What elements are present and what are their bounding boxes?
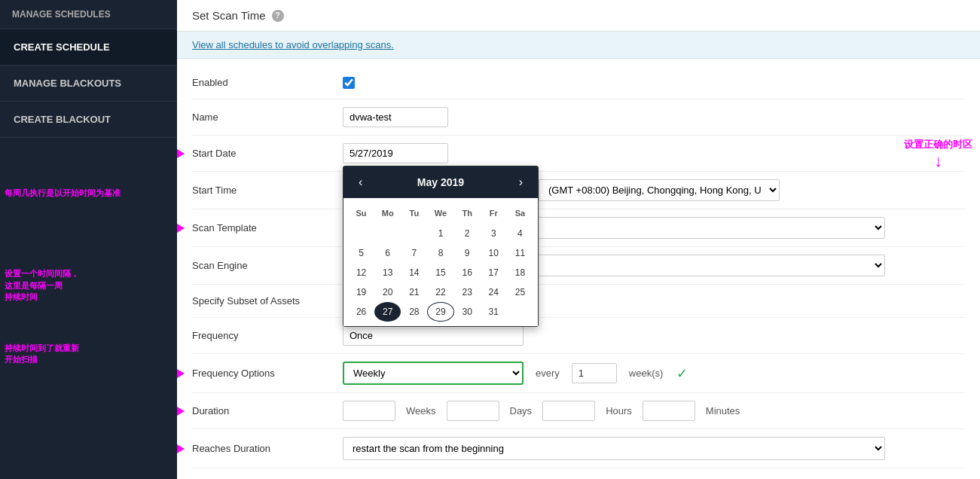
cal-day-23[interactable]: 23 [454, 282, 481, 302]
start-date-input[interactable] [343, 143, 448, 163]
cal-day-21[interactable]: 21 [401, 282, 427, 302]
cal-day-13[interactable]: 13 [374, 263, 401, 282]
cal-day-25[interactable]: 25 [507, 282, 533, 302]
cal-day-29[interactable]: 29 [427, 302, 453, 322]
every-value-input[interactable] [572, 363, 617, 383]
reaches-duration-select[interactable]: restart the scan from the beginning [343, 437, 885, 460]
calendar-days-header: Su Mo Tu We Th Fr Sa [348, 203, 533, 224]
calendar-prev-btn[interactable]: ‹ [354, 174, 367, 191]
day-header-we: We [427, 206, 453, 221]
cal-day-16[interactable]: 16 [454, 263, 481, 282]
cal-day-11[interactable]: 11 [507, 243, 533, 263]
name-input[interactable] [343, 107, 448, 127]
minutes-duration-input[interactable] [643, 401, 695, 421]
frequency-row: Frequency [192, 318, 965, 354]
start-date-label: Start Date [192, 148, 343, 159]
info-banner-link[interactable]: View all schedules to avoid overlapping … [192, 39, 394, 50]
scan-template-row: Scan Template [192, 209, 965, 247]
cal-day-7[interactable]: 7 [401, 243, 427, 263]
cal-day-24[interactable]: 24 [481, 282, 507, 302]
cal-day-3[interactable]: 3 [481, 224, 507, 243]
arrow-start-date [177, 149, 185, 158]
duration-label: Duration [192, 405, 343, 416]
cal-day-18[interactable]: 18 [507, 263, 533, 282]
day-header-mo: Mo [374, 206, 401, 221]
cal-day-6[interactable]: 6 [374, 243, 401, 263]
checkmark-icon: ✓ [676, 365, 688, 382]
cal-day-15[interactable]: 15 [427, 263, 453, 282]
cal-day-14[interactable]: 14 [401, 263, 427, 282]
annotation-freq-options: 设置一个时间间隔， 这里是每隔一周 持续时间 [5, 264, 172, 307]
duration-control: Weeks Days Hours Minutes [343, 401, 965, 421]
sidebar-title: MANAGE SCHEDULES [0, 0, 177, 29]
calendar-next-btn[interactable]: › [514, 174, 527, 191]
duration-row: Duration Weeks Days Hours Minutes [192, 393, 965, 429]
hours-label: Hours [606, 405, 632, 416]
frequency-options-control: Weekly Daily Monthly every week(s) ✓ [343, 362, 965, 385]
cal-day-26[interactable]: 26 [348, 302, 374, 322]
start-date-control: ‹ May 2019 › Su Mo Tu We Th Fr Sa [343, 143, 965, 163]
form-area: Enabled Name Start Date ‹ May 2019 [177, 59, 980, 476]
main-header: Set Scan Time ? [177, 0, 980, 32]
sidebar-item-manage-blackouts[interactable]: MANAGE BLACKOUTS [0, 66, 177, 102]
start-time-timezone-select[interactable]: (GMT +08:00) Beijing, Chongqing, Hong Ko… [539, 179, 780, 201]
enabled-row: Enabled [192, 66, 965, 99]
cal-day-20[interactable]: 20 [374, 282, 401, 302]
cal-day-19[interactable]: 19 [348, 282, 374, 302]
days-duration-input[interactable] [447, 401, 499, 421]
start-time-row: Start Time 12:00 AM (GMT +08:00) Beijing… [192, 172, 965, 209]
weeks-label: week(s) [629, 368, 664, 379]
cal-day-empty-2 [401, 224, 427, 243]
main-content: Set Scan Time ? View all schedules to av… [177, 0, 980, 479]
name-label: Name [192, 111, 343, 123]
cal-day-22[interactable]: 22 [427, 282, 453, 302]
weeks-dur-label: Weeks [406, 405, 436, 416]
scan-engine-label: Scan Engine [192, 260, 343, 271]
cal-day-17[interactable]: 17 [481, 263, 507, 282]
calendar-month-year: May 2019 [417, 176, 464, 188]
day-header-tu: Tu [401, 206, 427, 221]
enabled-control [343, 77, 965, 89]
cal-day-28[interactable]: 28 [401, 302, 427, 322]
sidebar: MANAGE SCHEDULES CREATE SCHEDULE MANAGE … [0, 0, 177, 479]
calendar-days-grid: 1234567891011121314151617181920212223242… [348, 224, 533, 322]
frequency-options-select[interactable]: Weekly Daily Monthly [343, 362, 524, 385]
day-header-sa: Sa [507, 206, 533, 221]
cal-day-12[interactable]: 12 [348, 263, 374, 282]
calendar-grid: Su Mo Tu We Th Fr Sa 1234567891011121314… [343, 198, 538, 326]
cal-day-8[interactable]: 8 [427, 243, 453, 263]
annotation-reaches: 持续时间到了就重新 开始扫描 [5, 338, 172, 371]
frequency-options-label: Frequency Options [192, 368, 343, 379]
cal-day-empty-0 [348, 224, 374, 243]
info-banner[interactable]: View all schedules to avoid overlapping … [177, 32, 980, 59]
arrow-duration [177, 407, 185, 416]
sidebar-item-create-blackout[interactable]: CREATE BLACKOUT [0, 102, 177, 138]
cal-day-2[interactable]: 2 [454, 224, 481, 243]
subset-assets-row: Specify Subset of Assets to the default … [192, 285, 965, 318]
reaches-duration-label: Reaches Duration [192, 443, 343, 454]
cal-day-5[interactable]: 5 [348, 243, 374, 263]
cal-day-1[interactable]: 1 [427, 224, 453, 243]
timezone-annotation-text: 设置正确的时区 [904, 138, 972, 151]
frequency-input[interactable] [343, 325, 524, 346]
day-header-th: Th [454, 206, 481, 221]
calendar-popup: ‹ May 2019 › Su Mo Tu We Th Fr Sa [343, 166, 539, 327]
hours-duration-input[interactable] [542, 401, 595, 421]
cal-day-9[interactable]: 9 [454, 243, 481, 263]
cal-day-10[interactable]: 10 [481, 243, 507, 263]
cal-day-27[interactable]: 27 [374, 302, 401, 322]
scan-engine-row: Scan Engine [192, 247, 965, 285]
reaches-duration-control: restart the scan from the beginning [343, 437, 965, 460]
start-date-row: Start Date ‹ May 2019 › Su Mo Tu [192, 136, 965, 172]
timezone-annotation-container: 设置正确的时区 ↓ [904, 138, 972, 171]
page-title: Set Scan Time [192, 9, 266, 22]
sidebar-item-create-schedule[interactable]: CREATE SCHEDULE [0, 29, 177, 66]
subset-assets-label: Specify Subset of Assets [192, 295, 343, 307]
help-icon[interactable]: ? [272, 10, 284, 22]
minutes-label: Minutes [706, 405, 740, 416]
cal-day-30[interactable]: 30 [454, 302, 481, 322]
cal-day-4[interactable]: 4 [507, 224, 533, 243]
cal-day-31[interactable]: 31 [481, 302, 507, 322]
enabled-checkbox[interactable] [343, 77, 355, 89]
weeks-duration-input[interactable] [343, 401, 395, 421]
